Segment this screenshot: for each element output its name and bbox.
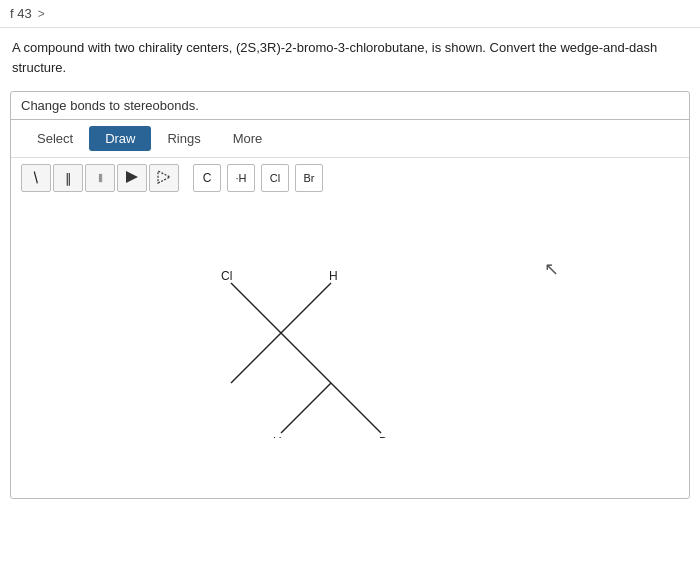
question-text: A compound with two chirality centers, (… <box>0 28 700 85</box>
svg-line-3 <box>281 283 331 333</box>
single-bond-icon: / <box>30 169 43 187</box>
molecule-drawing: Cl H H Br <box>221 238 421 438</box>
tab-rings[interactable]: Rings <box>151 126 216 151</box>
element-br[interactable]: Br <box>295 164 323 192</box>
double-bond-tool[interactable]: ∥ <box>53 164 83 192</box>
pagination-bar: f 43 > <box>0 0 700 28</box>
cursor-indicator: ↖ <box>544 258 559 280</box>
single-bond-tool[interactable]: / <box>21 164 51 192</box>
svg-line-4 <box>231 333 281 383</box>
tabs-row: Select Draw Rings More <box>11 120 689 158</box>
tab-select[interactable]: Select <box>21 126 89 151</box>
double-bond-icon: ∥ <box>65 171 72 186</box>
svg-line-6 <box>281 383 331 433</box>
svg-line-2 <box>231 283 281 333</box>
element-h[interactable]: ·H <box>227 164 255 192</box>
svg-marker-0 <box>126 171 138 183</box>
br-label: Br <box>379 435 391 438</box>
h1-label: H <box>329 269 338 283</box>
element-cl[interactable]: Cl <box>261 164 289 192</box>
svg-line-5 <box>281 333 331 383</box>
chevron-icon[interactable]: > <box>38 7 45 21</box>
triple-bond-icon: ⦀ <box>98 171 103 185</box>
cl-label: Cl <box>221 269 232 283</box>
svg-marker-1 <box>158 171 170 183</box>
element-c[interactable]: C <box>193 164 221 192</box>
tool-panel-label: Change bonds to stereobonds. <box>11 92 689 120</box>
drawing-area[interactable]: ↖ Cl H H Br <box>11 198 689 498</box>
tools-row: / ∥ ⦀ C ·H Cl B <box>11 158 689 198</box>
svg-line-7 <box>331 383 381 433</box>
tab-more[interactable]: More <box>217 126 279 151</box>
page-number: f 43 <box>10 6 32 21</box>
tool-panel: Change bonds to stereobonds. Select Draw… <box>10 91 690 499</box>
dash-bond-tool[interactable] <box>149 164 179 192</box>
triple-bond-tool[interactable]: ⦀ <box>85 164 115 192</box>
h2-label: H <box>273 435 282 438</box>
wedge-bond-icon <box>124 169 140 188</box>
dash-bond-icon <box>156 169 172 188</box>
wedge-bond-tool[interactable] <box>117 164 147 192</box>
tab-draw[interactable]: Draw <box>89 126 151 151</box>
